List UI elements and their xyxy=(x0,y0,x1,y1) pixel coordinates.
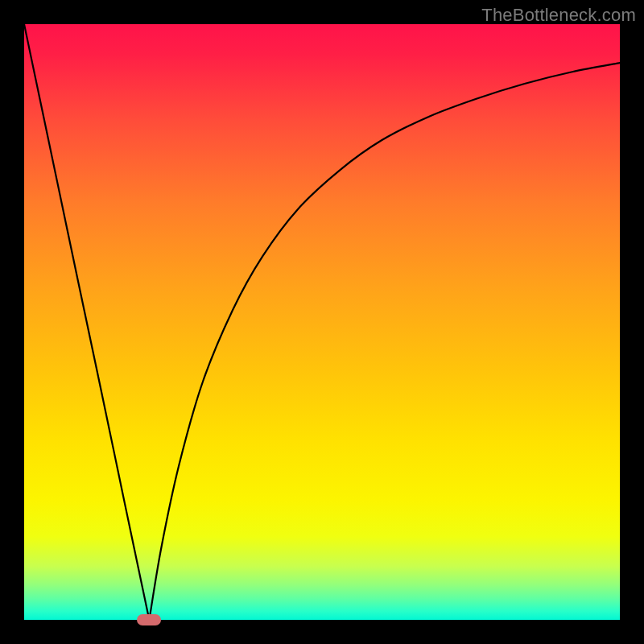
curve-svg xyxy=(24,24,620,620)
minimum-marker xyxy=(137,614,161,625)
plot-area xyxy=(24,24,620,620)
curve-path xyxy=(24,24,620,620)
watermark-text: TheBottleneck.com xyxy=(481,5,636,26)
chart-frame: TheBottleneck.com xyxy=(0,0,644,644)
